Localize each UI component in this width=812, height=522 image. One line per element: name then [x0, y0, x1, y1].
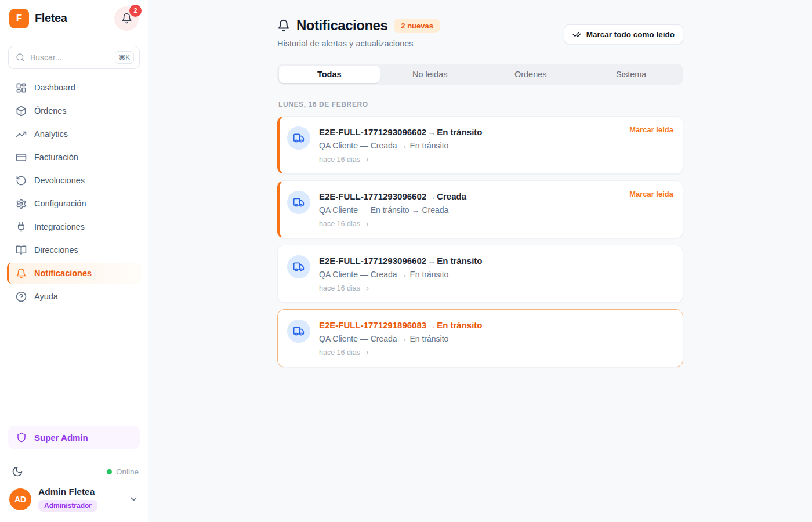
search-shortcut-kbd: ⌘K	[115, 51, 134, 64]
notification-card[interactable]: E2E-FULL-1771291896083→En tránsito QA Cl…	[277, 309, 683, 367]
order-id: E2E-FULL-1771291896083	[319, 320, 426, 330]
online-dot-icon	[107, 469, 112, 474]
new-count-badge: 2 nuevas	[394, 19, 440, 33]
sidebar-item-integraciones[interactable]: Integraciones	[7, 216, 141, 237]
super-admin-label: Super Admin	[34, 433, 88, 443]
brand-name: Fletea	[35, 12, 67, 25]
sidebar-item-label: Dashboard	[34, 83, 75, 92]
notification-meta: hace 16 dias	[319, 349, 673, 357]
notification-title: E2E-FULL-1771293096602→En tránsito	[319, 256, 673, 266]
sidebar-item-label: Ayuda	[34, 292, 58, 301]
notification-card[interactable]: E2E-FULL-1771293096602→Creada QA Cliente…	[277, 180, 683, 238]
truck-icon	[287, 320, 310, 343]
arrow-icon: →	[426, 321, 437, 330]
truck-icon	[287, 191, 310, 214]
sidebar-item-label: Notificaciones	[34, 269, 92, 278]
notification-time: hace 16 dias	[319, 349, 360, 357]
tab-todas[interactable]: Todas	[279, 66, 380, 83]
logo-mark-icon: F	[9, 9, 29, 28]
book-open-icon	[16, 245, 27, 256]
notifications-bell-button[interactable]: 2	[114, 6, 139, 31]
notification-card[interactable]: E2E-FULL-1771293096602→En tránsito QA Cl…	[277, 245, 683, 303]
sidebar-item-label: Órdenes	[34, 106, 67, 115]
sidebar-item-label: Devoluciones	[34, 176, 85, 185]
search-input[interactable]	[30, 53, 110, 62]
mark-read-link[interactable]: Marcar leida	[629, 190, 673, 198]
sidebar-item-analytics[interactable]: Analytics	[7, 124, 141, 144]
shield-icon	[16, 432, 27, 443]
sidebar-item-label: Facturación	[34, 153, 78, 162]
order-id: E2E-FULL-1771293096602	[319, 191, 426, 201]
notification-time: hace 16 dias	[319, 220, 360, 228]
notification-detail: QA Cliente — Creada → En tránsito	[319, 141, 673, 150]
sidebar-footer: Online AD Admin Fletea Administrador	[0, 456, 148, 522]
notification-title: E2E-FULL-1771291896083→En tránsito	[319, 320, 673, 330]
arrow-icon: →	[426, 256, 437, 266]
notification-time: hace 16 dias	[319, 155, 360, 164]
chevron-right-icon	[364, 221, 371, 227]
notification-status: Creada	[437, 191, 466, 201]
package-icon	[16, 106, 27, 117]
truck-icon	[287, 255, 310, 278]
search-icon	[16, 53, 25, 62]
user-name: Admin Fletea	[38, 487, 97, 497]
user-menu[interactable]: AD Admin Fletea Administrador	[9, 487, 139, 512]
main-area: Notificaciones 2 nuevas Historial de ale…	[148, 0, 812, 522]
sidebar-item-label: Analytics	[34, 129, 68, 139]
bell-icon	[277, 19, 290, 32]
order-id: E2E-FULL-1771293096602	[319, 256, 426, 266]
mark-all-read-button[interactable]: Marcar todo como leido	[564, 24, 683, 44]
chevron-right-icon	[364, 285, 371, 292]
dark-mode-toggle[interactable]	[9, 463, 26, 480]
online-status: Online	[107, 467, 139, 476]
notification-list: E2E-FULL-1771293096602→En tránsito QA Cl…	[277, 116, 683, 367]
notification-count-badge: 2	[129, 5, 142, 17]
sidebar-item-dashboard[interactable]: Dashboard	[7, 77, 141, 98]
tab-ordenes[interactable]: Ordenes	[480, 66, 581, 83]
sidebar-item-ayuda[interactable]: Ayuda	[7, 286, 141, 307]
sidebar-item-facturacion[interactable]: Facturación	[7, 147, 141, 168]
brand-logo[interactable]: F Fletea	[9, 9, 67, 28]
sidebar-header: F Fletea 2	[0, 0, 148, 37]
plug-icon	[16, 222, 27, 233]
sidebar-spacer	[0, 308, 148, 426]
arrow-icon: →	[426, 192, 437, 201]
notification-title: E2E-FULL-1771293096602→En tránsito	[319, 127, 673, 137]
notification-time: hace 16 dias	[319, 284, 360, 292]
sidebar: F Fletea 2 ⌘K Dashboard Órdenes	[0, 0, 148, 522]
notifications-page: Notificaciones 2 nuevas Historial de ale…	[277, 0, 683, 367]
mark-all-read-label: Marcar todo como leido	[586, 30, 675, 39]
order-id: E2E-FULL-1771293096602	[319, 127, 426, 137]
date-group-header: LUNES, 16 DE FEBRERO	[278, 100, 682, 108]
sidebar-item-direcciones[interactable]: Direcciones	[7, 240, 141, 260]
mark-read-link[interactable]: Marcar leida	[629, 125, 673, 134]
sidebar-search: ⌘K	[8, 46, 140, 69]
sidebar-item-notificaciones[interactable]: Notificaciones	[7, 263, 141, 284]
sidebar-item-ordenes[interactable]: Órdenes	[7, 100, 141, 121]
tab-no-leidas[interactable]: No leidas	[380, 66, 481, 83]
super-admin-pill[interactable]: Super Admin	[8, 426, 140, 449]
notification-status: En tránsito	[437, 127, 482, 137]
trending-up-icon	[16, 129, 27, 140]
chevron-down-icon[interactable]	[129, 494, 139, 504]
sidebar-item-label: Direcciones	[34, 245, 78, 255]
credit-card-icon	[16, 152, 27, 163]
sidebar-item-configuracion[interactable]: Configuración	[7, 193, 141, 214]
notification-meta: hace 16 dias	[319, 220, 673, 228]
user-role-badge: Administrador	[38, 500, 97, 512]
gear-icon	[16, 198, 27, 209]
moon-icon	[12, 466, 23, 477]
tab-sistema[interactable]: Sistema	[581, 66, 682, 83]
notification-status: En tránsito	[437, 256, 482, 266]
avatar: AD	[9, 488, 31, 510]
sidebar-item-devoluciones[interactable]: Devoluciones	[7, 170, 141, 191]
arrow-icon: →	[426, 128, 437, 137]
sidebar-nav: Dashboard Órdenes Analytics Facturación …	[0, 76, 148, 308]
online-label: Online	[116, 467, 139, 476]
notification-status: En tránsito	[437, 320, 482, 330]
notification-card[interactable]: E2E-FULL-1771293096602→En tránsito QA Cl…	[277, 116, 683, 174]
help-circle-icon	[16, 291, 27, 302]
page-subtitle: Historial de alertas y actualizaciones	[277, 39, 440, 48]
sidebar-item-label: Integraciones	[34, 222, 85, 231]
chevron-right-icon	[364, 157, 371, 163]
